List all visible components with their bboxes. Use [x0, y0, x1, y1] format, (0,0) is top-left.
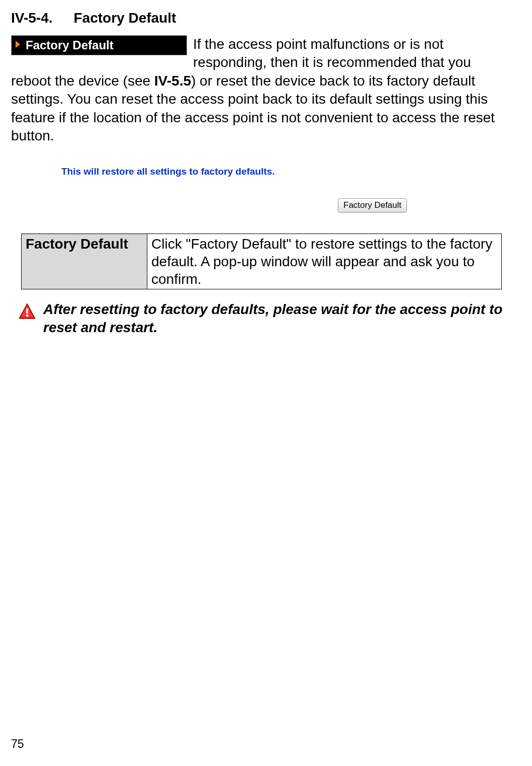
- warning-note-text: After resetting to factory defaults, ple…: [43, 300, 512, 337]
- table-row: Factory Default Click "Factory Default" …: [22, 234, 502, 289]
- ui-preview-area: This will restore all settings to factor…: [61, 166, 512, 212]
- page-number: 75: [11, 737, 24, 751]
- warning-note: After resetting to factory defaults, ple…: [17, 300, 512, 337]
- menu-item-label: Factory Default: [26, 37, 114, 53]
- param-name-cell: Factory Default: [22, 234, 147, 289]
- factory-default-button[interactable]: Factory Default: [338, 198, 407, 212]
- intro-paragraph: Factory Default If the access point malf…: [11, 35, 512, 145]
- parameter-table: Factory Default Click "Factory Default" …: [21, 234, 502, 289]
- menu-item-box: Factory Default: [11, 35, 187, 55]
- ui-restore-message: This will restore all settings to factor…: [61, 166, 512, 177]
- svg-rect-0: [26, 309, 28, 314]
- section-title: Factory Default: [73, 10, 176, 26]
- svg-point-1: [26, 315, 28, 317]
- chevron-right-icon: [15, 38, 22, 53]
- section-heading: IV-5-4.Factory Default: [11, 10, 512, 26]
- section-number: IV-5-4.: [11, 10, 52, 26]
- warning-icon: [17, 301, 37, 322]
- param-desc-cell: Click "Factory Default" to restore setti…: [147, 234, 502, 289]
- paragraph-bold-ref: IV-5.5: [154, 73, 191, 89]
